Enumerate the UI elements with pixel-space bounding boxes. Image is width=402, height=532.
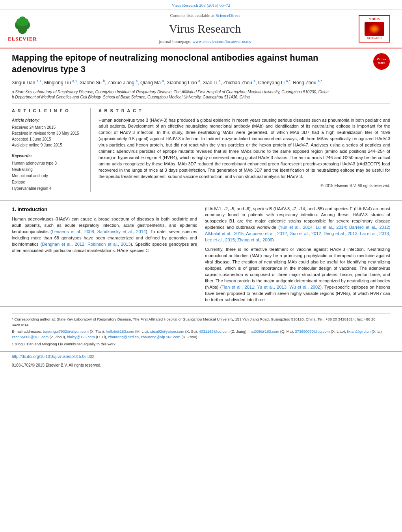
keyword-3: Monoclonal antibody bbox=[12, 173, 84, 179]
article-history: Article history: Received 24 March 2015 … bbox=[12, 117, 84, 148]
homepage-prefix: journal homepage: bbox=[159, 39, 191, 44]
ref-lenaerts[interactable]: Lenaerts et al., 2008; Sandkovsky et al.… bbox=[52, 229, 146, 234]
received-revised-date: Received in revised form 30 May 2015 bbox=[12, 130, 84, 136]
footnotes-section: * Corresponding author at: State Key Lab… bbox=[0, 306, 402, 351]
abstract-text: Human adenovirus type 3 (HAdV-3) has pro… bbox=[99, 117, 390, 180]
ref-yun[interactable]: Yun et al., 2014; Lu et al., 2014; Barre… bbox=[205, 225, 390, 242]
keyword-5: Hypervariable region 4 bbox=[12, 185, 84, 192]
virus-research-logo: VIRUS RESEARCH bbox=[359, 15, 390, 43]
email-label: E-mail addresses: bbox=[12, 329, 42, 334]
email-su[interactable]: xbsu92@yahoo.com bbox=[150, 329, 184, 334]
homepage-link[interactable]: www.elsevier.com/locate/virusres bbox=[192, 39, 251, 44]
crossmark-icon: Cross Mark bbox=[373, 53, 390, 70]
sciencedirect-line: Contents lists available at ScienceDirec… bbox=[55, 13, 355, 19]
sciencedirect-prefix: Contents lists available at bbox=[170, 13, 214, 18]
journal-header-left: ELSEVIER bbox=[8, 15, 55, 43]
body-right-column: (HAdV-1, -2, -5, and -6), species B (HAd… bbox=[205, 206, 390, 306]
accepted-date: Accepted 1 June 2015 bbox=[12, 136, 84, 142]
intro-paragraph-1: Human adenoviruses (HAdV) can cause a br… bbox=[12, 216, 197, 254]
article-body: A R T I C L E I N F O Article history: R… bbox=[12, 108, 390, 191]
elsevier-tree-icon bbox=[11, 15, 34, 35]
authors-line: Xingui Tian a,1, Minglong Liu a,1, Xiaob… bbox=[12, 79, 390, 86]
ref-tian[interactable]: Tian et al., 2011; Yu et al., 2013; Wu e… bbox=[221, 285, 320, 289]
divider-1 bbox=[12, 104, 390, 104]
available-date: Available online 9 June 2015 bbox=[12, 142, 84, 148]
page: Virus Research 208 (2015) 66–72 ELSEVIER bbox=[0, 0, 402, 532]
corresponding-footnote: * Corresponding author at: State Key Lab… bbox=[12, 317, 390, 328]
journal-title: Virus Research bbox=[55, 20, 355, 37]
svg-text:Mark: Mark bbox=[378, 61, 385, 65]
crossmark-logo: Cross Mark bbox=[372, 52, 390, 70]
email-zhaurong2[interactable]: zhaurong@vip.163.com bbox=[141, 335, 180, 339]
footer-links: http://dx.doi.org/10.1016/j.virusres.201… bbox=[0, 351, 402, 362]
copyright-line: © 2015 Elsevier B.V. All rights reserved… bbox=[99, 183, 390, 189]
footer-copyright: 0168-1702/© 2015 Elsevier B.V. All right… bbox=[0, 362, 402, 371]
history-label: Article history: bbox=[12, 117, 84, 123]
svg-text:Cross: Cross bbox=[377, 57, 386, 61]
email-addresses: tianxingui7902@aliyun.com (X. Tian), lmf… bbox=[12, 329, 383, 339]
keyword-1: Human adenovirus type 3 bbox=[12, 160, 84, 167]
email-liao[interactable]: 373690070@qq.com bbox=[295, 329, 329, 334]
intro-paragraph-right-1: (HAdV-1, -2, -5, and -6), species B (HAd… bbox=[205, 206, 390, 244]
article-title-section: Mapping the epitope of neutralizing mono… bbox=[12, 52, 390, 75]
vr-logo-image bbox=[365, 22, 384, 36]
body-left-column: 1. Introduction Human adenoviruses (HAdV… bbox=[12, 206, 197, 306]
vr-logo-bottom-text: RESEARCH bbox=[367, 37, 382, 41]
article-content: Mapping the epitope of neutralizing mono… bbox=[0, 48, 402, 195]
received-date: Received 24 March 2015 bbox=[12, 124, 84, 130]
keywords-label: Keywords: bbox=[12, 153, 84, 159]
ref-dehghan[interactable]: Dehghan et al., 2012; Robinson et al., 2… bbox=[42, 242, 130, 247]
journal-header-right: VIRUS RESEARCH bbox=[355, 15, 394, 43]
affiliations: a State Key Laboratory of Respiratory Di… bbox=[12, 89, 390, 100]
doi-footer-link[interactable]: http://dx.doi.org/10.1016/j.virusres.201… bbox=[12, 354, 94, 359]
affiliation-a: a State Key Laboratory of Respiratory Di… bbox=[12, 89, 390, 95]
authors-text: Xingui Tian a,1, Minglong Liu a,1, Xiaob… bbox=[12, 80, 322, 85]
email-biolcy[interactable]: biolcy@126.com bbox=[67, 335, 95, 339]
email-tian[interactable]: tianxingui7902@aliyun.com bbox=[43, 329, 89, 334]
abstract-column: A B S T R A C T Human adenovirus type 3 … bbox=[99, 108, 390, 191]
journal-header: ELSEVIER Contents lists available at Sci… bbox=[0, 9, 402, 48]
elsevier-logo: ELSEVIER bbox=[8, 15, 37, 43]
article-title: Mapping the epitope of neutralizing mono… bbox=[12, 52, 367, 75]
introduction-heading: 1. Introduction bbox=[12, 206, 197, 213]
elsevier-wordmark: ELSEVIER bbox=[8, 35, 37, 43]
doi-bar: Virus Research 208 (2015) 66–72 bbox=[0, 0, 402, 9]
email-liu[interactable]: lmflob@163.com bbox=[106, 329, 134, 334]
keyword-4: Epitope bbox=[12, 179, 84, 185]
intro-paragraph-right-2: Currently, there is no effective treatme… bbox=[205, 247, 390, 303]
journal-header-center: Contents lists available at ScienceDirec… bbox=[55, 13, 355, 44]
divider-2 bbox=[0, 200, 402, 201]
main-body: 1. Introduction Human adenoviruses (HAdV… bbox=[0, 206, 402, 306]
keywords-section: Keywords: Human adenovirus type 3 Neutra… bbox=[12, 153, 84, 192]
article-info-column: A R T I C L E I N F O Article history: R… bbox=[12, 108, 91, 191]
vr-logo-top-text: VIRUS bbox=[369, 17, 380, 21]
email-zhou[interactable]: zzcnlxy003@163.com bbox=[12, 335, 48, 339]
article-info-heading: A R T I C L E I N F O bbox=[12, 108, 84, 114]
abstract-heading: A B S T R A C T bbox=[99, 108, 390, 114]
email-li[interactable]: lixian@gird.cn bbox=[347, 329, 371, 334]
email-jiang[interactable]: 4031162@qq.com bbox=[199, 329, 230, 334]
equal-contribution-footnote: 1 Xingui Tian and Minglong Liu contribut… bbox=[12, 341, 390, 347]
email-ma[interactable]: mat008@163.com bbox=[248, 329, 279, 334]
affiliation-b: b Department of Medical Genetics and Cel… bbox=[12, 95, 390, 100]
vr-logo-circle bbox=[368, 24, 380, 34]
sciencedirect-link[interactable]: ScienceDirect bbox=[216, 13, 240, 18]
corresponding-text: * Corresponding author at: State Key Lab… bbox=[12, 317, 376, 327]
svg-point-6 bbox=[24, 19, 29, 26]
doi-text: Virus Research 208 (2015) 66–72 bbox=[172, 3, 230, 7]
keyword-2: Neutralizing bbox=[12, 167, 84, 173]
svg-point-5 bbox=[16, 19, 21, 26]
email-zhaurong1[interactable]: zhaurong@gird.cn bbox=[108, 335, 139, 339]
journal-homepage-line: journal homepage: www.elsevier.com/locat… bbox=[55, 39, 355, 44]
footnote-divider bbox=[12, 313, 390, 313]
email-footnote: E-mail addresses: tianxingui7902@aliyun.… bbox=[12, 329, 390, 340]
